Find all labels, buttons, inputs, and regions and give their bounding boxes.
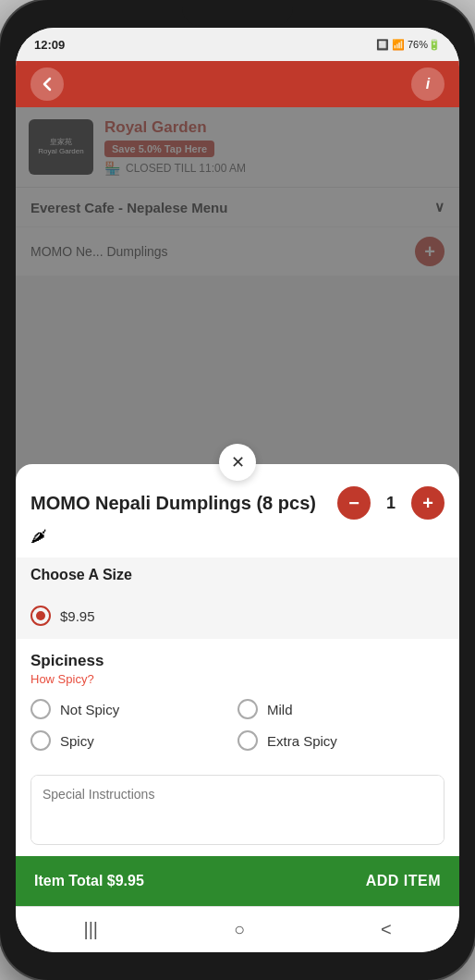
quantity-increase-button[interactable]: + [411, 486, 445, 520]
not-spicy-radio [30, 699, 51, 719]
back-button[interactable] [30, 67, 64, 101]
add-item-bar[interactable]: Item Total $9.95 ADD ITEM [16, 856, 459, 906]
modal-sheet: MOMO Nepali Dumplings (8 pcs) − 1 + 🌶 C [16, 464, 459, 906]
phone-screen: 12:09 🔲 📶 76%🔋 i 皇家苑 Royal Ga [16, 28, 459, 952]
close-button[interactable]: ✕ [219, 444, 256, 481]
status-bar: 12:09 🔲 📶 76%🔋 [16, 28, 459, 61]
close-icon: ✕ [231, 452, 245, 472]
quantity-control: − 1 + [337, 486, 445, 520]
phone-shell: 12:09 🔲 📶 76%🔋 i 皇家苑 Royal Ga [0, 0, 475, 980]
add-item-button: ADD ITEM [366, 873, 441, 889]
mild-radio [238, 699, 258, 719]
spiciness-section: Spiciness How Spicy? Not Spicy Mi [16, 639, 459, 764]
status-time: 12:09 [34, 38, 65, 52]
nav-back-icon[interactable]: < [381, 919, 392, 940]
quantity-display: 1 [382, 494, 400, 513]
quantity-decrease-button[interactable]: − [337, 486, 371, 520]
extra-spicy-radio [238, 730, 258, 751]
spice-indicator: 🌶 [16, 527, 459, 557]
mild-label: Mild [267, 702, 293, 717]
size-section-header: Choose A Size [16, 557, 459, 593]
size-section-title: Choose A Size [30, 567, 445, 583]
spice-emoji: 🌶 [30, 527, 47, 545]
spice-option-spicy[interactable]: Spicy [30, 730, 238, 751]
nav-home-icon[interactable]: ○ [234, 919, 245, 940]
nav-menu-icon[interactable]: ||| [83, 919, 98, 940]
status-right: 🔲 📶 76%🔋 [376, 39, 441, 51]
close-btn-wrapper: ✕ [16, 444, 459, 481]
item-title: MOMO Nepali Dumplings (8 pcs) [30, 491, 337, 515]
notch [182, 0, 293, 26]
app-header: i [16, 61, 459, 107]
special-instructions-input[interactable] [31, 776, 444, 840]
bottom-nav: ||| ○ < [16, 906, 459, 952]
content-area: 皇家苑 Royal Garden Royal Garden Save 5.0% … [16, 107, 459, 906]
spicy-label: Spicy [60, 733, 94, 749]
special-instructions-wrapper [30, 775, 445, 845]
spice-option-not-spicy[interactable]: Not Spicy [30, 699, 238, 719]
extra-spicy-label: Extra Spicy [267, 733, 337, 749]
status-icons: 🔲 📶 76%🔋 [376, 39, 441, 51]
spice-options-grid: Not Spicy Mild Spicy [30, 699, 445, 751]
size-option-label: $9.95 [60, 608, 95, 624]
spice-option-extra-spicy[interactable]: Extra Spicy [238, 730, 445, 751]
modal-overlay: ✕ MOMO Nepali Dumplings (8 pcs) − 1 + [16, 107, 459, 906]
add-item-total: Item Total $9.95 [34, 873, 144, 889]
not-spicy-label: Not Spicy [60, 702, 119, 717]
spicy-radio [30, 730, 51, 751]
spice-option-mild[interactable]: Mild [238, 699, 445, 719]
info-icon: i [426, 76, 430, 92]
info-button[interactable]: i [411, 67, 445, 101]
spiciness-title: Spiciness [30, 652, 445, 670]
spiciness-subtitle: How Spicy? [30, 672, 445, 686]
size-radio-selected [30, 606, 51, 626]
size-option[interactable]: $9.95 [16, 593, 459, 639]
